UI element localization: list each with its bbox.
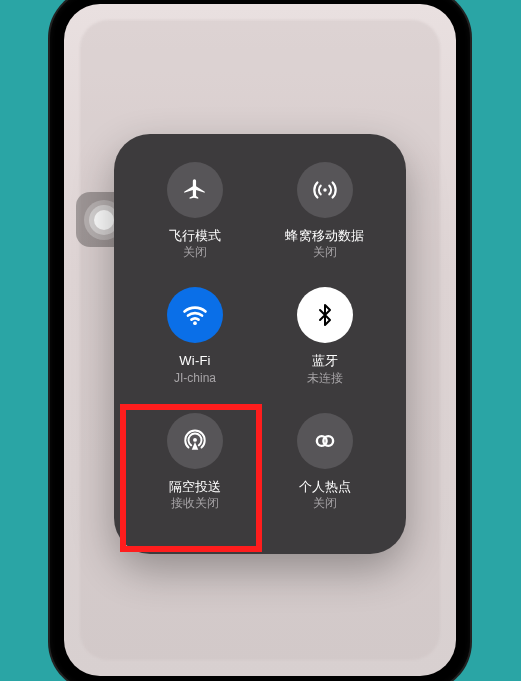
hotspot-link-icon: [297, 413, 353, 469]
bluetooth-title: 蓝牙: [312, 353, 338, 369]
airplane-status: 关闭: [183, 245, 207, 260]
wifi-network: JI-china: [174, 371, 216, 386]
airplane-mode-tile[interactable]: 飞行模式 关闭: [132, 160, 258, 281]
connectivity-panel: 飞行模式 关闭 蜂窝移动数据 关闭: [114, 134, 406, 554]
svg-point-2: [193, 438, 197, 442]
phone-frame: 飞行模式 关闭 蜂窝移动数据 关闭: [50, 0, 470, 681]
hotspot-title: 个人热点: [299, 479, 352, 495]
cellular-antenna-icon: [297, 162, 353, 218]
cellular-title: 蜂窝移动数据: [285, 228, 364, 244]
svg-point-4: [323, 436, 333, 446]
phone-screen: 飞行模式 关闭 蜂窝移动数据 关闭: [64, 4, 456, 676]
connectivity-grid: 飞行模式 关闭 蜂窝移动数据 关闭: [132, 160, 388, 532]
svg-point-1: [193, 322, 197, 326]
wifi-icon: [167, 287, 223, 343]
airplane-title: 飞行模式: [169, 228, 222, 244]
airdrop-status: 接收关闭: [171, 496, 219, 511]
hotspot-status: 关闭: [313, 496, 337, 511]
airplane-icon: [167, 162, 223, 218]
bluetooth-tile[interactable]: 蓝牙 未连接: [262, 285, 388, 406]
wifi-title: Wi-Fi: [179, 353, 210, 369]
bluetooth-icon: [297, 287, 353, 343]
bluetooth-status: 未连接: [307, 371, 343, 386]
personal-hotspot-tile[interactable]: 个人热点 关闭: [262, 411, 388, 532]
cellular-data-tile[interactable]: 蜂窝移动数据 关闭: [262, 160, 388, 281]
airdrop-tile[interactable]: 隔空投送 接收关闭: [132, 411, 258, 532]
airdrop-title: 隔空投送: [169, 479, 222, 495]
airdrop-icon: [167, 413, 223, 469]
svg-point-0: [323, 188, 326, 191]
wifi-tile[interactable]: Wi-Fi JI-china: [132, 285, 258, 406]
cellular-status: 关闭: [313, 245, 337, 260]
